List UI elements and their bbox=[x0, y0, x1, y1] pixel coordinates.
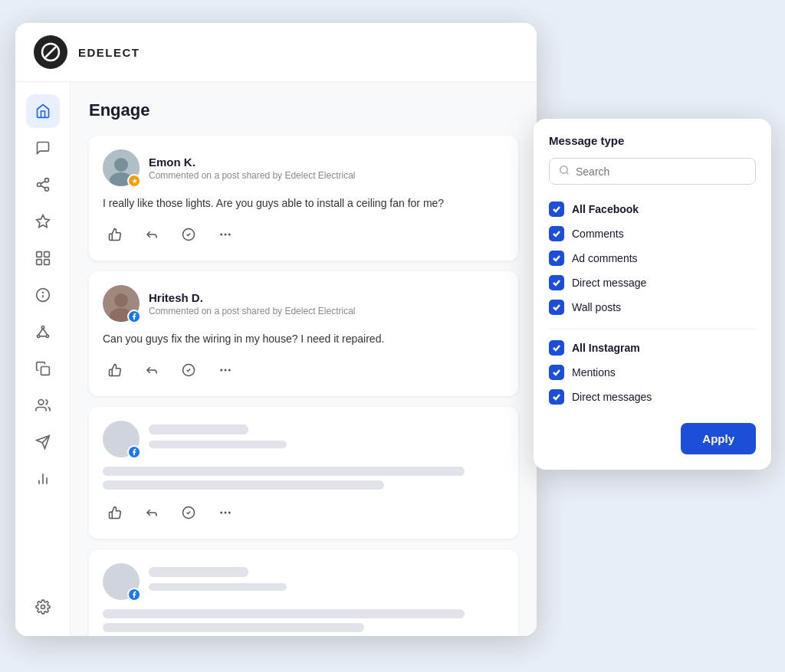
checkbox-direct-message[interactable]: Direct message bbox=[549, 270, 756, 295]
sidebar-item-settings[interactable] bbox=[26, 590, 60, 624]
checkbox-icon-all-instagram[interactable] bbox=[549, 340, 564, 356]
sidebar-item-messages[interactable] bbox=[26, 131, 60, 165]
badge-fb-4 bbox=[127, 588, 141, 602]
search-input[interactable] bbox=[576, 166, 746, 178]
svg-point-3 bbox=[37, 183, 41, 187]
post-card-1: ★ Emon K. Commented on a post shared by … bbox=[89, 136, 518, 261]
post-header-1: ★ Emon K. Commented on a post shared by … bbox=[103, 149, 504, 186]
facebook-section: All Facebook Comments Ad comments Direct… bbox=[549, 197, 756, 320]
check-button-1[interactable] bbox=[176, 222, 201, 247]
post-meta-4 bbox=[149, 567, 504, 597]
svg-point-4 bbox=[44, 187, 48, 191]
checkbox-label-comments: Comments bbox=[572, 228, 624, 240]
sidebar-item-favorites[interactable] bbox=[26, 205, 60, 238]
sidebar-item-integrations[interactable] bbox=[26, 241, 60, 275]
checkbox-icon-ad-comments[interactable] bbox=[549, 251, 564, 266]
skeleton-text-4a bbox=[103, 609, 465, 618]
checkbox-icon-all-facebook[interactable] bbox=[549, 202, 564, 217]
post-subtitle-1: Commented on a post shared by Edelect El… bbox=[149, 170, 504, 181]
more-button-2[interactable] bbox=[213, 358, 238, 382]
svg-line-19 bbox=[43, 329, 48, 335]
apply-button[interactable]: Apply bbox=[681, 423, 756, 454]
svg-point-2 bbox=[44, 179, 48, 182]
svg-point-34 bbox=[225, 234, 227, 236]
search-box[interactable] bbox=[549, 158, 756, 185]
svg-point-40 bbox=[220, 369, 222, 372]
svg-line-1 bbox=[46, 48, 55, 57]
badge-gold-1: ★ bbox=[127, 174, 141, 188]
checkbox-icon-comments[interactable] bbox=[549, 226, 564, 241]
post-header-4 bbox=[103, 563, 504, 600]
svg-point-28 bbox=[41, 605, 44, 609]
svg-point-17 bbox=[46, 335, 48, 337]
avatar-wrap-2 bbox=[103, 285, 140, 322]
post-actions-2 bbox=[103, 358, 504, 382]
checkbox-direct-messages[interactable]: Direct messages bbox=[549, 385, 756, 409]
svg-line-18 bbox=[38, 329, 43, 335]
post-header-2: Hritesh D. Commented on a post shared by… bbox=[103, 285, 504, 322]
post-text-1: I really like those lights. Are you guys… bbox=[103, 195, 504, 211]
checkbox-label-mentions: Mentions bbox=[572, 366, 616, 379]
sidebar-item-info[interactable] bbox=[26, 278, 60, 312]
svg-marker-7 bbox=[36, 215, 49, 228]
svg-point-30 bbox=[114, 158, 128, 172]
svg-point-41 bbox=[225, 369, 227, 372]
post-actions-3 bbox=[103, 500, 504, 525]
avatar-wrap-4 bbox=[103, 563, 140, 600]
checkbox-ad-comments[interactable]: Ad comments bbox=[549, 246, 756, 270]
reply-button-3[interactable] bbox=[140, 500, 164, 525]
check-button-3[interactable] bbox=[176, 500, 201, 525]
main-content: Engage ★ Emo bbox=[71, 82, 537, 636]
svg-point-42 bbox=[228, 369, 231, 372]
like-button-2[interactable] bbox=[103, 358, 127, 382]
checkbox-icon-direct-message[interactable] bbox=[549, 275, 564, 290]
check-button-2[interactable] bbox=[176, 358, 201, 382]
sidebar-item-share[interactable] bbox=[26, 168, 60, 202]
svg-point-16 bbox=[37, 335, 39, 337]
svg-point-46 bbox=[228, 512, 231, 514]
svg-point-15 bbox=[41, 326, 44, 329]
svg-point-37 bbox=[114, 293, 128, 307]
sidebar-item-team[interactable] bbox=[26, 388, 60, 422]
brand-name: EDELECT bbox=[78, 46, 140, 59]
svg-line-6 bbox=[41, 181, 45, 183]
instagram-section: All Instagram Mentions Direct messages bbox=[549, 336, 756, 409]
like-button-1[interactable] bbox=[103, 222, 127, 247]
message-type-panel: Message type All Facebook Comments A bbox=[534, 119, 771, 470]
post-subtitle-2: Commented on a post shared by Edelect El… bbox=[149, 306, 504, 316]
badge-fb-3 bbox=[127, 445, 141, 459]
poster-name-2: Hritesh D. bbox=[149, 291, 504, 304]
checkbox-comments[interactable]: Comments bbox=[549, 221, 756, 246]
svg-point-44 bbox=[220, 512, 222, 514]
checkbox-label-all-instagram: All Instagram bbox=[572, 342, 640, 354]
checkbox-icon-mentions[interactable] bbox=[549, 365, 564, 380]
sidebar-item-analytics[interactable] bbox=[26, 462, 60, 496]
sidebar-item-home[interactable] bbox=[26, 94, 60, 128]
sidebar-item-send[interactable] bbox=[26, 425, 60, 459]
more-button-3[interactable] bbox=[213, 500, 238, 525]
skeleton-text-3b bbox=[103, 480, 384, 490]
checkbox-icon-wall-posts[interactable] bbox=[549, 300, 564, 315]
sidebar-item-network[interactable] bbox=[26, 315, 60, 349]
checkbox-icon-direct-messages[interactable] bbox=[549, 389, 564, 405]
sidebar-item-copy[interactable] bbox=[26, 352, 60, 385]
svg-line-5 bbox=[41, 185, 45, 188]
checkbox-mentions[interactable]: Mentions bbox=[549, 360, 756, 385]
svg-rect-11 bbox=[44, 260, 49, 265]
avatar-wrap-3 bbox=[103, 421, 140, 457]
more-button-1[interactable] bbox=[213, 222, 238, 247]
reply-button-2[interactable] bbox=[140, 358, 164, 382]
badge-fb-2 bbox=[127, 310, 141, 323]
checkbox-all-instagram[interactable]: All Instagram bbox=[549, 336, 756, 360]
post-header-3 bbox=[103, 421, 504, 457]
skeleton-text-4b bbox=[103, 623, 364, 632]
reply-button-1[interactable] bbox=[140, 222, 164, 247]
post-card-3 bbox=[89, 407, 518, 539]
svg-point-45 bbox=[225, 512, 227, 514]
checkbox-all-facebook[interactable]: All Facebook bbox=[549, 197, 756, 221]
checkbox-wall-posts[interactable]: Wall posts bbox=[549, 295, 756, 320]
svg-rect-21 bbox=[41, 367, 49, 375]
like-button-3[interactable] bbox=[103, 500, 127, 525]
checkbox-label-wall-posts: Wall posts bbox=[572, 301, 621, 313]
page-title: Engage bbox=[89, 100, 518, 120]
